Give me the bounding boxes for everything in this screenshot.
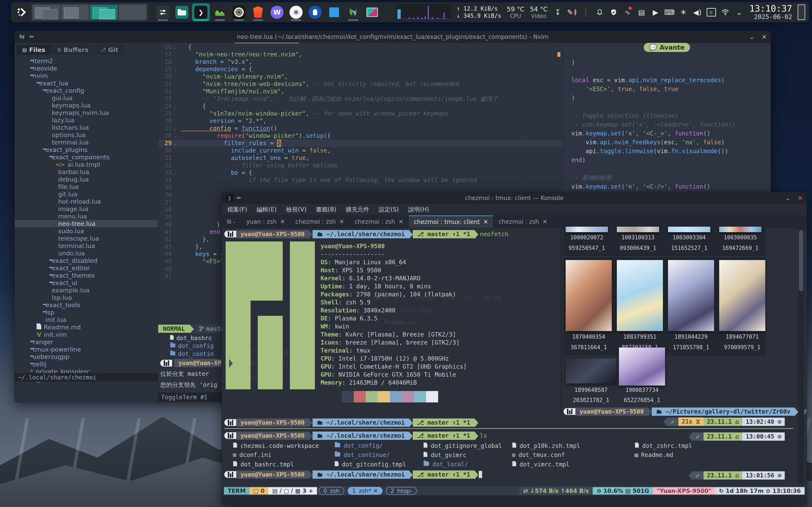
tree-item-lazy.lua[interactable]: lazy.lua (14, 116, 158, 124)
tree-item-lsp[interactable]: lsp (14, 308, 158, 316)
taskbar-terminal[interactable]: ❯ (192, 3, 210, 21)
taskbar-chatgpt[interactable]: ✳ (287, 3, 305, 21)
gallery-thumb[interactable] (566, 260, 612, 331)
minimize-icon[interactable]: ⌄ (749, 33, 755, 41)
tmux-window-0[interactable]: 0zsh (319, 487, 344, 495)
peek-desktop-button[interactable] (798, 4, 805, 20)
konsole-tab[interactable]: chezmoi : zsh✕ (350, 216, 409, 228)
taskbar-file-manager[interactable] (173, 3, 191, 21)
tree-item-image.lua[interactable]: image.lua (14, 205, 158, 213)
brightness-icon[interactable]: ☀ (679, 8, 688, 17)
desktop-2[interactable] (61, 5, 89, 20)
tree-item-neo-tree.lua[interactable]: neo-tree.lua (14, 220, 158, 227)
gpu-temp-widget[interactable]: 54 °C Video (530, 5, 548, 19)
avante-tab-pill[interactable]: 💬 Avante (644, 43, 690, 52)
taskbar-password-manager[interactable] (306, 3, 324, 21)
ls-entry[interactable]: dot_local/ (423, 461, 468, 468)
wifi-icon[interactable] (721, 8, 730, 17)
taskbar-neovim[interactable] (344, 3, 362, 21)
tree-item-debug.lua[interactable]: debug.lua (14, 176, 158, 183)
tree-item-sudo.lua[interactable]: sudo.lua (14, 227, 158, 235)
close-icon[interactable]: ✕ (398, 218, 403, 225)
tree-item-exact_editor[interactable]: exact_editor (14, 264, 158, 272)
tree-item-barbar.lua[interactable]: barbar.lua (14, 168, 158, 176)
tree-item-keymaps_nvim.lua[interactable]: keymaps_nvim.lua (14, 109, 158, 116)
shield-check-icon[interactable] (609, 8, 618, 17)
tree-item-undo.lua[interactable]: undo.lua (14, 249, 158, 257)
network-graph-widget[interactable] (396, 4, 451, 20)
app-launcher-button[interactable] (15, 5, 28, 19)
gallery-thumb[interactable] (617, 260, 663, 331)
neotree-tab-files[interactable]: ▤Files (17, 45, 51, 55)
keyboard-icon[interactable]: ⌨ (665, 8, 674, 17)
avante-code[interactable]: )local esc = vim.api.nvim_replace_termco… (571, 58, 767, 209)
notification-bell-icon[interactable] (595, 8, 604, 17)
tree-item-init.vim[interactable]: Vinit.vim (14, 331, 158, 338)
cpu-temp-widget[interactable]: 59 °C CPU (507, 5, 524, 19)
tree-item-exact_themes[interactable]: exact_themes (14, 272, 158, 279)
terminal-viewport[interactable]: rw-r--r-- utf-8 lua 5% 29:28dot_zshrc.tm… (224, 228, 795, 485)
tree-item-tmux-powerline[interactable]: tmux-powerline (14, 346, 158, 353)
color-picker-icon[interactable]: ✎ (567, 8, 576, 17)
tree-item-ranger[interactable]: ranger (14, 338, 158, 346)
tree-item-ueberzugpp[interactable]: ueberzugpp (14, 353, 158, 360)
tree-item-exact_plugins[interactable]: exact_plugins (14, 146, 158, 153)
tree-item-exact_ui[interactable]: exact_ui (14, 279, 158, 286)
close-icon[interactable]: ✕ (542, 218, 547, 225)
ls-entry[interactable]: ⊞dconf.ini (233, 451, 271, 458)
new-tab-button[interactable]: ⧉⌄ (222, 216, 241, 228)
konsole-tab[interactable]: chezmoi : zsh✕ (290, 216, 350, 228)
ls-entry[interactable]: dot_zshrc.tmpl (635, 442, 692, 450)
tree-item-exact_config[interactable]: exact_config (14, 87, 158, 94)
tree-item-exact_lua[interactable]: exact_lua (14, 79, 158, 87)
taskbar-screenshot-tool[interactable] (363, 3, 381, 21)
tree-item-lsp.lua[interactable]: lsp.lua (14, 294, 158, 301)
minimize-icon[interactable]: ⌄ (785, 194, 791, 202)
tree-item-ai.lua.tmpl[interactable]: </>ai.lua.tmpl (14, 161, 158, 168)
menu-擴充元件[interactable]: 擴充元件 (346, 206, 369, 214)
ls-entry[interactable]: dot_p10k.zsh.tmpl (512, 442, 580, 450)
menu-設定(S)[interactable]: 設定(S) (379, 206, 399, 214)
konsole-titlebar[interactable]: ❯ ✏ chezmoi : tmux: client — Konsole ⌄ ✕ (222, 192, 807, 204)
gallery-thumb[interactable] (566, 227, 608, 232)
ime-icon[interactable]: c (707, 8, 716, 17)
taskbar-target-app[interactable] (230, 3, 248, 21)
media-play-icon[interactable]: ▶ (651, 8, 660, 17)
virtual-desktop-pager[interactable] (31, 4, 148, 21)
menu-書籤(B)[interactable]: 書籤(B) (316, 206, 337, 214)
network-speed[interactable]: ↑ 12.2 KiB/s ↓ 345.9 KiB/s (457, 5, 501, 19)
terminal-scrollbar[interactable] (798, 228, 804, 484)
clock-widget[interactable]: 13:10:37 2025-06-02 (749, 4, 792, 20)
close-icon[interactable]: ✕ (762, 33, 767, 41)
tree-item-telescope.lua[interactable]: telescope.lua (14, 235, 158, 242)
ls-entry[interactable]: dot_continue/ (334, 451, 390, 458)
konsole-tab[interactable]: yuan : zsh✕ (241, 216, 290, 228)
ls-entry[interactable]: dot_bashrc.tmpl (233, 461, 294, 468)
menu-說明(H)[interactable]: 說明(H) (408, 206, 429, 214)
tree-item-keymaps.lua[interactable]: keymaps.lua (14, 102, 158, 109)
gallery-thumb[interactable] (668, 260, 714, 331)
menu-編輯(E)[interactable]: 編輯(E) (256, 206, 277, 214)
nvim-titlebar[interactable]: ✏ neo-tree.lua (~/.local/share/chezmoi/d… (14, 31, 771, 43)
close-icon[interactable]: ✕ (339, 218, 344, 225)
ls-entry[interactable]: dot_config/ (334, 442, 383, 449)
tree-item-iterm2[interactable]: iterm2 (14, 57, 158, 65)
tree-item-Readme.md[interactable]: Readme.md (14, 324, 158, 331)
taskbar-vscode[interactable] (325, 3, 343, 21)
tree-item-terminal.lua[interactable]: terminal.lua (14, 138, 158, 146)
ls-entry[interactable]: dot_gitignore_global (423, 442, 502, 450)
tree-item-example.lua[interactable]: example.lua (14, 286, 158, 294)
tree-item-terminal.lua[interactable]: terminal.lua (14, 242, 158, 249)
konsole-tab[interactable]: chezmoi : zsh✕ (493, 216, 553, 228)
ls-entry[interactable]: dot_vimrc.tmpl (512, 461, 569, 468)
desktop-1[interactable] (33, 5, 60, 20)
gallery-thumb[interactable] (619, 347, 665, 386)
close-icon[interactable]: ✕ (798, 194, 803, 202)
tmux-window-1[interactable]: 1zsh* ✕ (348, 487, 383, 495)
volume-icon[interactable]: ◀) (693, 8, 702, 17)
close-icon[interactable]: ✕ (280, 218, 285, 225)
chevron-down-icon[interactable]: ⌄ (734, 8, 744, 17)
tree-item-listchars.lua[interactable]: listchars.lua (14, 124, 158, 131)
gallery-thumb[interactable] (617, 227, 659, 232)
desktop-3-active[interactable] (90, 5, 117, 20)
